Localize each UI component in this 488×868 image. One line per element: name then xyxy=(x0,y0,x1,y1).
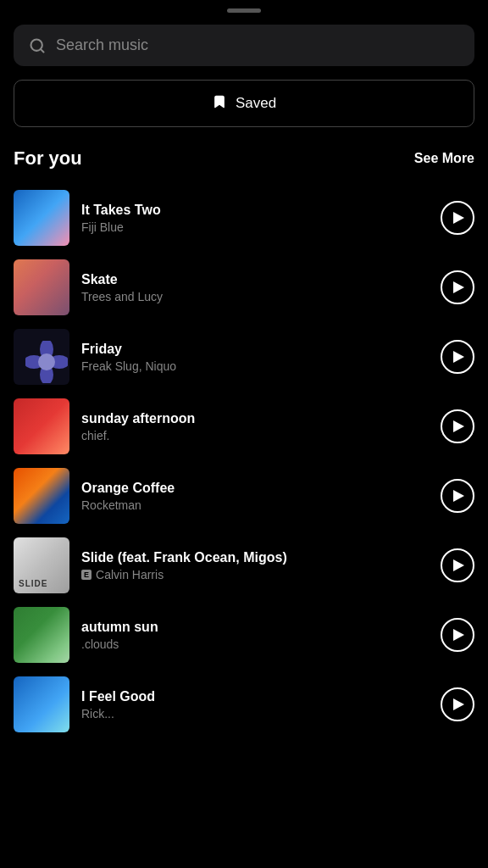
song-info: Orange CoffeeRocketman xyxy=(81,481,429,512)
svg-point-6 xyxy=(38,353,55,370)
search-placeholder: Search music xyxy=(56,36,148,54)
play-icon xyxy=(453,559,464,571)
album-art xyxy=(14,190,69,246)
song-artist: Fiji Blue xyxy=(81,220,124,234)
list-item: SLIDESlide (feat. Frank Ocean, Migos)ECa… xyxy=(14,531,474,600)
song-artist: Rick... xyxy=(81,707,114,721)
list-item: FridayFreak Slug, Niquo xyxy=(14,322,474,392)
song-artist: Freak Slug, Niquo xyxy=(81,359,176,373)
list-item: I Feel GoodRick... xyxy=(14,670,474,739)
song-meta: Rocketman xyxy=(81,498,429,512)
album-art xyxy=(14,398,69,454)
play-button[interactable] xyxy=(441,340,474,374)
section-header: For you See More xyxy=(0,147,488,170)
drag-handle-bar xyxy=(227,8,261,13)
song-meta: chief. xyxy=(81,429,429,442)
play-button[interactable] xyxy=(441,270,474,304)
play-button[interactable] xyxy=(441,479,474,513)
play-button[interactable] xyxy=(441,618,474,652)
list-item: Orange CoffeeRocketman xyxy=(14,461,474,531)
search-icon xyxy=(29,37,46,54)
saved-label: Saved xyxy=(236,95,276,112)
list-item: SkateTrees and Lucy xyxy=(14,253,474,322)
album-art xyxy=(14,259,69,315)
song-meta: Rick... xyxy=(81,707,429,721)
song-info: SkateTrees and Lucy xyxy=(81,272,429,303)
song-list: It Takes TwoFiji BlueSkateTrees and Lucy… xyxy=(0,183,488,739)
play-icon xyxy=(453,698,464,710)
play-button[interactable] xyxy=(441,548,474,582)
album-art: SLIDE xyxy=(14,537,69,593)
song-artist: Calvin Harris xyxy=(96,568,164,581)
list-item: autumn sun.clouds xyxy=(14,600,474,670)
song-info: FridayFreak Slug, Niquo xyxy=(81,342,429,373)
song-info: Slide (feat. Frank Ocean, Migos)ECalvin … xyxy=(81,550,429,581)
play-button[interactable] xyxy=(441,687,474,721)
song-meta: .clouds xyxy=(81,637,429,651)
song-meta: Fiji Blue xyxy=(81,220,429,234)
song-artist: Trees and Lucy xyxy=(81,290,163,303)
song-title: It Takes Two xyxy=(81,203,429,218)
list-item: sunday afternoonchief. xyxy=(14,392,474,461)
song-title: Slide (feat. Frank Ocean, Migos) xyxy=(81,550,429,565)
song-artist: .clouds xyxy=(81,637,119,651)
play-button[interactable] xyxy=(441,409,474,443)
list-item: It Takes TwoFiji Blue xyxy=(14,183,474,253)
for-you-title: For you xyxy=(14,147,82,170)
song-title: Orange Coffee xyxy=(81,481,429,496)
song-artist: Rocketman xyxy=(81,498,141,512)
song-title: Friday xyxy=(81,342,429,357)
song-meta: Trees and Lucy xyxy=(81,290,429,303)
svg-line-1 xyxy=(41,48,44,52)
play-icon xyxy=(453,351,464,363)
song-info: autumn sun.clouds xyxy=(81,620,429,651)
play-icon xyxy=(453,212,464,224)
song-title: sunday afternoon xyxy=(81,411,429,426)
song-info: It Takes TwoFiji Blue xyxy=(81,203,429,234)
album-art xyxy=(14,676,69,732)
search-bar[interactable]: Search music xyxy=(14,25,474,66)
song-meta: Freak Slug, Niquo xyxy=(81,359,429,373)
song-title: I Feel Good xyxy=(81,689,429,704)
see-more-button[interactable]: See More xyxy=(414,151,474,166)
song-info: I Feel GoodRick... xyxy=(81,689,429,721)
song-artist: chief. xyxy=(81,429,109,442)
song-info: sunday afternoonchief. xyxy=(81,411,429,442)
album-art xyxy=(14,468,69,524)
saved-button[interactable]: Saved xyxy=(14,80,474,127)
play-button[interactable] xyxy=(441,201,474,235)
song-title: Skate xyxy=(81,272,429,287)
song-title: autumn sun xyxy=(81,620,429,635)
bookmark-icon xyxy=(212,94,227,113)
explicit-badge: E xyxy=(81,570,92,580)
song-meta: ECalvin Harris xyxy=(81,568,429,581)
album-art xyxy=(14,607,69,663)
play-icon xyxy=(453,629,464,641)
album-art xyxy=(14,329,69,385)
play-icon xyxy=(453,281,464,293)
play-icon xyxy=(453,420,464,432)
play-icon xyxy=(453,490,464,502)
